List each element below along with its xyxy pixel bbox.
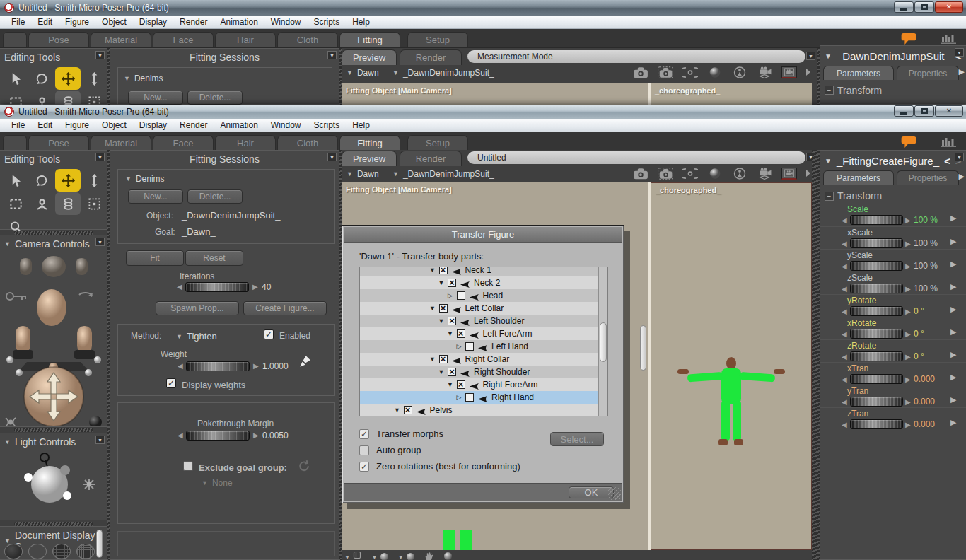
menu-help[interactable]: Help: [347, 16, 376, 28]
menu-help[interactable]: Help: [347, 119, 376, 131]
translate-inout-tool-icon[interactable]: [81, 169, 107, 192]
tabs-overflow-icon[interactable]: ▶: [959, 172, 965, 181]
tree-checkbox[interactable]: ×: [448, 279, 456, 287]
layer-dropdown[interactable]: ▼: [344, 549, 361, 560]
sphere-icon[interactable]: [707, 168, 723, 180]
expanded-icon[interactable]: ▼: [446, 330, 455, 337]
collapsed-icon[interactable]: ▷: [454, 343, 464, 350]
viewport-scrollbar[interactable]: [640, 325, 646, 371]
slider-increment[interactable]: ▶: [252, 282, 258, 292]
tree-row[interactable]: ▼×Pelvis: [360, 404, 607, 416]
menu-scripts[interactable]: Scripts: [308, 16, 346, 28]
figure-dropdown[interactable]: ▼Dawn: [347, 68, 379, 78]
aux-camera-icon[interactable]: [781, 66, 797, 78]
tpose-figure[interactable]: [675, 356, 788, 455]
option-checkbox[interactable]: ✓: [359, 462, 369, 472]
slider-decrement[interactable]: ◀: [842, 375, 847, 385]
menu-edit[interactable]: Edit: [32, 16, 58, 28]
resize-grip[interactable]: [608, 487, 621, 500]
menu-display[interactable]: Display: [134, 119, 173, 131]
display-style-silhouette[interactable]: [4, 544, 23, 559]
slider-track[interactable]: [850, 397, 903, 407]
item-dropdown[interactable]: ▼_DawnDenimJumpSuit_: [392, 68, 494, 78]
figure-dropdown[interactable]: ▼Dawn: [347, 169, 379, 179]
slider-flyout[interactable]: ▶: [950, 418, 956, 427]
tree-row[interactable]: ▷Left Hand: [360, 340, 607, 353]
aux-camera-icon[interactable]: [781, 168, 797, 180]
weight-slider[interactable]: [186, 361, 250, 371]
menu-animation[interactable]: Animation: [214, 119, 263, 131]
twist-tool-icon[interactable]: [29, 91, 54, 105]
style-dropdown[interactable]: ▼: [398, 549, 414, 560]
slider-increment[interactable]: ▶: [905, 375, 911, 385]
panel-scrollbar[interactable]: [96, 530, 103, 558]
tree-row[interactable]: ▼×Neck 1: [360, 267, 607, 276]
method-dropdown[interactable]: ▼Tighten: [176, 331, 217, 342]
slider-flyout[interactable]: ▶: [950, 305, 956, 314]
dialog-title[interactable]: Transfer Figure: [344, 227, 622, 243]
tree-row[interactable]: ▷Head: [360, 289, 607, 302]
new-button[interactable]: New...: [128, 91, 183, 105]
menu-scripts[interactable]: Scripts: [308, 119, 346, 131]
orbit-icon[interactable]: [682, 66, 698, 78]
slider-increment[interactable]: ▶: [905, 307, 911, 317]
close-button[interactable]: ✕: [935, 105, 963, 117]
more-cameras-icon[interactable]: [805, 68, 811, 76]
delete-button[interactable]: Delete...: [187, 91, 243, 105]
tree-checkbox[interactable]: ×: [404, 406, 412, 414]
tree-row[interactable]: ▼×Left Collar: [360, 302, 607, 315]
slider-track[interactable]: [850, 306, 903, 316]
slider-track[interactable]: [850, 261, 903, 271]
tree-row[interactable]: ▼×Left Shoulder: [360, 315, 607, 327]
expanded-icon[interactable]: ▼: [446, 381, 455, 388]
scale-tool-icon[interactable]: [3, 91, 28, 105]
figure-orb-icon[interactable]: [732, 66, 747, 78]
tab-pose[interactable]: Pose: [28, 135, 89, 151]
menu-figure[interactable]: Figure: [59, 119, 95, 131]
spawn-prop-button[interactable]: Spawn Prop...: [156, 301, 239, 315]
slider-flyout[interactable]: ▶: [950, 259, 956, 269]
menu-animation[interactable]: Animation: [214, 16, 263, 28]
enabled-checkbox[interactable]: ✓: [264, 329, 274, 339]
panel-menu-button[interactable]: ▼: [327, 51, 337, 59]
menu-object[interactable]: Object: [96, 119, 132, 131]
delete-button[interactable]: Delete...: [187, 189, 243, 204]
morph-tool-icon[interactable]: [55, 91, 81, 105]
figure-leg[interactable]: [460, 530, 472, 550]
item-dropdown[interactable]: ▼_DawnDenimJumpSuit_: [392, 169, 494, 179]
slider-flyout[interactable]: ▶: [950, 373, 956, 382]
slider-track[interactable]: [850, 374, 903, 384]
slider-track[interactable]: [850, 329, 903, 339]
style-dropdown[interactable]: ▼: [371, 549, 388, 560]
sphere-icon[interactable]: [707, 66, 723, 78]
display-weights-checkbox[interactable]: ✓: [166, 378, 176, 388]
panel-menu-button[interactable]: ▼: [955, 153, 964, 161]
slider-increment[interactable]: ▶: [905, 284, 911, 294]
menu-window[interactable]: Window: [265, 16, 307, 28]
more-cameras-icon[interactable]: [805, 169, 811, 177]
tab-properties[interactable]: Properties: [897, 66, 959, 80]
translate-tool-icon[interactable]: [55, 67, 81, 90]
tree-scrollbar[interactable]: [598, 267, 607, 416]
session-group-dropdown[interactable]: ▼Denims: [125, 174, 165, 184]
tree-checkbox[interactable]: ×: [448, 368, 456, 376]
parameters-header[interactable]: ▼_DawnDenimJumpSuit_ < >: [825, 50, 966, 62]
slider-increment[interactable]: ▶: [905, 420, 911, 430]
panel-menu-button[interactable]: ▼: [955, 48, 964, 57]
speech-bubble-icon[interactable]: [901, 33, 916, 45]
expanded-icon[interactable]: ▼: [436, 368, 446, 375]
tab-parameters[interactable]: Parameters: [823, 66, 894, 80]
tab-cloth[interactable]: Cloth: [277, 32, 338, 47]
slider-increment[interactable]: ▶: [905, 352, 911, 362]
expanded-icon[interactable]: ▼: [436, 317, 446, 325]
rotate-tool-icon[interactable]: [29, 67, 54, 90]
display-style-wireframe[interactable]: [52, 544, 71, 559]
slider-flyout[interactable]: ▶: [950, 327, 956, 337]
select-tool-icon[interactable]: [3, 169, 28, 192]
expanded-icon[interactable]: ▼: [428, 267, 438, 274]
tab-fitting[interactable]: Fitting: [339, 32, 400, 47]
tab-face[interactable]: Face: [153, 135, 214, 151]
select-tool-icon[interactable]: [3, 67, 28, 90]
pokethrough-slider[interactable]: [186, 431, 250, 441]
light-controls-art[interactable]: [0, 452, 107, 520]
